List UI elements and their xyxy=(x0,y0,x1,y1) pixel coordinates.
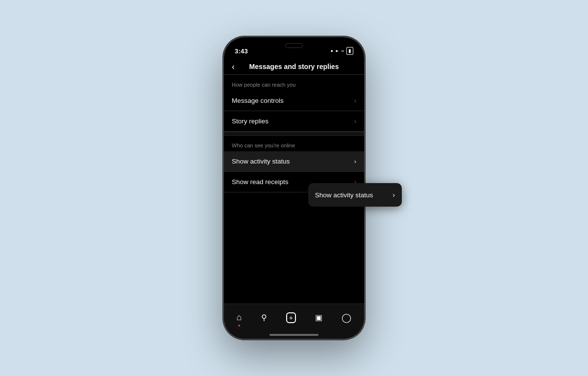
activity-status-tooltip[interactable]: Show activity status › xyxy=(308,183,402,207)
home-dot xyxy=(238,325,240,327)
section-1: How people can reach you Message control… xyxy=(224,75,364,132)
show-activity-status-item[interactable]: Show activity status › xyxy=(224,151,364,172)
battery-icon: ▮ xyxy=(346,47,353,55)
tab-home[interactable]: ⌂ xyxy=(232,309,247,326)
wifi-icon: ≈ xyxy=(341,48,344,54)
phone-wrapper: 3:43 ● ● ≈ ▮ ‹ Messages and story replie… xyxy=(223,36,365,340)
tooltip-chevron: › xyxy=(392,191,395,199)
status-bar: 3:43 ● ● ≈ ▮ xyxy=(224,37,364,59)
show-activity-status-label: Show activity status xyxy=(232,158,290,165)
page-title: Messages and story replies xyxy=(249,63,339,70)
message-controls-label: Message controls xyxy=(232,97,284,104)
tab-create[interactable]: + xyxy=(281,309,301,326)
nav-bar: ‹ Messages and story replies xyxy=(224,59,364,75)
section-divider xyxy=(224,132,364,136)
tab-reels[interactable]: ▣ xyxy=(310,310,327,325)
tooltip-text: Show activity status xyxy=(315,191,373,199)
story-replies-label: Story replies xyxy=(232,118,269,125)
create-icon: + xyxy=(286,312,296,323)
message-controls-chevron: › xyxy=(354,97,356,104)
home-icon: ⌂ xyxy=(237,312,242,323)
dynamic-island xyxy=(285,43,303,48)
back-button[interactable]: ‹ xyxy=(232,62,235,72)
message-controls-item[interactable]: Message controls › xyxy=(224,91,364,111)
status-time: 3:43 xyxy=(235,47,248,55)
tab-profile[interactable]: ◯ xyxy=(337,309,356,326)
profile-icon: ◯ xyxy=(342,312,351,323)
show-read-receipts-label: Show read receipts xyxy=(232,178,289,186)
section-label-1: How people can reach you xyxy=(224,75,364,91)
story-replies-item[interactable]: Story replies › xyxy=(224,111,364,132)
story-replies-chevron: › xyxy=(354,118,356,125)
show-activity-status-chevron: › xyxy=(354,158,356,165)
section-label-2: Who can see you're online xyxy=(224,136,364,151)
signal-icon: ● ● xyxy=(331,48,339,53)
home-indicator xyxy=(270,334,318,336)
status-icons: ● ● ≈ ▮ xyxy=(331,47,353,55)
search-icon: ⚲ xyxy=(261,313,267,322)
reels-icon: ▣ xyxy=(315,313,322,322)
tab-search[interactable]: ⚲ xyxy=(256,310,272,325)
